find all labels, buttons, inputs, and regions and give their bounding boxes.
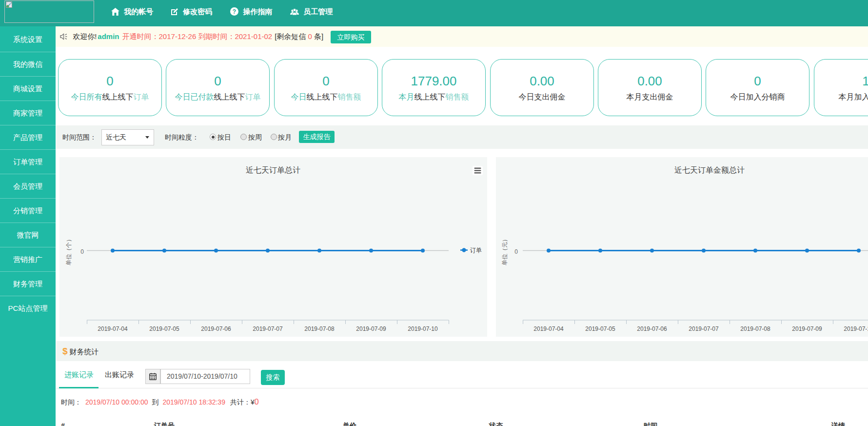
svg-text:2019-07-08: 2019-07-08 [740, 325, 770, 332]
svg-text:订单: 订单 [470, 247, 482, 254]
svg-text:2019-07-07: 2019-07-07 [253, 325, 283, 332]
svg-text:0: 0 [514, 248, 518, 255]
svg-text:2019-07-06: 2019-07-06 [201, 325, 231, 332]
svg-text:2019-07-08: 2019-07-08 [304, 325, 335, 332]
svg-text:2019-07-09: 2019-07-09 [356, 325, 386, 332]
svg-text:2019-07-04: 2019-07-04 [98, 325, 128, 332]
svg-text:单位（个）: 单位（个） [65, 236, 72, 265]
svg-text:0: 0 [80, 248, 84, 255]
svg-text:2019-07-07: 2019-07-07 [689, 325, 719, 332]
svg-text:近七天订单金额总计: 近七天订单金额总计 [674, 166, 745, 174]
svg-text:近七天订单总计: 近七天订单总计 [246, 166, 300, 174]
svg-text:2019-07-06: 2019-07-06 [637, 325, 667, 332]
svg-text:单位（元）: 单位（元） [501, 236, 508, 265]
svg-text:2019-07-05: 2019-07-05 [585, 325, 615, 332]
svg-text:2019-07-09: 2019-07-09 [792, 325, 822, 332]
svg-text:2019-07-04: 2019-07-04 [533, 325, 564, 332]
svg-text:2019-07-10: 2019-07-10 [408, 325, 438, 332]
svg-text:?: ? [233, 8, 236, 15]
svg-text:2019-07-05: 2019-07-05 [149, 325, 179, 332]
svg-text:2019-07-10: 2019-07-10 [844, 325, 868, 332]
